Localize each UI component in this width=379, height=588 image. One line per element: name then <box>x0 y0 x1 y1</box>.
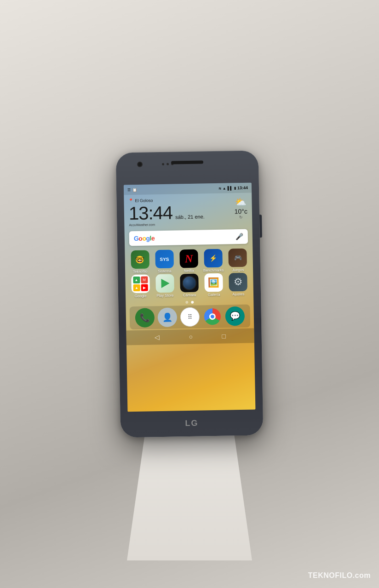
app-icon-settings: ⚙ <box>229 273 248 292</box>
dock-messages[interactable]: 💬 <box>224 306 247 326</box>
app-label-benchmarks: Benchmarks <box>203 268 224 273</box>
app-camera[interactable]: Cámara <box>178 274 201 298</box>
back-button[interactable]: ◁ <box>155 334 160 341</box>
recent-apps-button[interactable]: □ <box>222 333 226 340</box>
camera-lens <box>182 276 197 291</box>
home-button[interactable]: ○ <box>189 333 193 340</box>
google-logo: Google <box>134 234 155 242</box>
app-label-teknofilo: Teknofilo <box>133 270 148 274</box>
app-teknofilo[interactable]: 🤓 Teknofilo <box>129 250 151 274</box>
google-search-bar[interactable]: Google 🎤 <box>129 229 248 246</box>
app-label-settings: Ajustes <box>232 292 244 296</box>
app-label-sistema: Sistema <box>158 269 171 274</box>
dock-chrome[interactable] <box>201 307 224 327</box>
menu-icon: ☰ <box>127 188 131 192</box>
status-time: 13:44 <box>237 186 248 190</box>
maps-mini: ▲ <box>133 277 140 283</box>
app-label-gallery: Galería <box>208 293 220 297</box>
dock: 📞 👤 ⠿ <box>129 305 250 330</box>
status-right-icons: N ▲ ▌▌ ▮ 13:44 <box>219 186 248 191</box>
app-row-1: 🤓 Teknofilo SYS Sistema N Netflix <box>128 249 249 274</box>
page-dot-2[interactable] <box>191 301 194 304</box>
app-label-juegos: Juegos <box>232 268 244 272</box>
app-netflix[interactable]: N Netflix <box>178 249 200 273</box>
app-google[interactable]: ▲ M ▲ ▶ Google <box>129 274 152 298</box>
location-pin-icon: 📍 <box>128 198 133 203</box>
app-row-2: ▲ M ▲ ▶ Google Play Store <box>129 273 250 299</box>
weather-refresh-icon[interactable]: ↻ <box>235 215 247 220</box>
dock-phone[interactable]: 📞 <box>133 308 156 328</box>
weather-icon: ⛅ <box>234 197 247 208</box>
app-settings[interactable]: ⚙ Ajustes <box>227 273 250 297</box>
playstore-triangle <box>161 279 170 288</box>
screenshot-icon: 📋 <box>132 187 137 192</box>
gmail-mini: M <box>141 277 148 283</box>
dock-icon-chrome <box>203 307 223 327</box>
app-label-netflix: Netflix <box>184 269 194 273</box>
top-bezel <box>116 150 259 185</box>
phone-screen: ☰ 📋 N ▲ ▌▌ ▮ 13:44 📍 El Goloso 13:44 sáb… <box>124 183 256 412</box>
volume-button[interactable] <box>259 215 262 237</box>
clock-widget: 📍 El Goloso 13:44 sáb., 21 ene. AccuWeat… <box>124 193 252 229</box>
app-icon-camera <box>180 274 199 293</box>
app-grid: 🤓 Teknofilo SYS Sistema N Netflix <box>125 247 253 300</box>
clock-date: sáb., 21 ene. <box>175 214 205 220</box>
dock-icon-apps: ⠿ <box>180 307 200 327</box>
phone-device: ☰ 📋 N ▲ ▌▌ ▮ 13:44 📍 El Goloso 13:44 sáb… <box>116 150 264 437</box>
gear-icon: ⚙ <box>234 276 243 288</box>
dock-icon-contacts: 👤 <box>157 307 177 327</box>
app-icon-benchmarks: ⚡ <box>204 249 223 268</box>
clock-time: 13:44 <box>129 204 173 223</box>
dock-contacts[interactable]: 👤 <box>156 307 178 327</box>
microphone-icon[interactable]: 🎤 <box>235 233 243 240</box>
nav-bar: ◁ ○ □ <box>126 328 254 345</box>
location-text: El Goloso <box>135 198 153 203</box>
app-juegos[interactable]: 🎮 Juegos <box>227 249 249 272</box>
dock-icon-phone: 📞 <box>135 308 155 328</box>
app-icon-netflix: N <box>179 249 198 268</box>
status-left-icons: ☰ 📋 <box>127 187 137 192</box>
sensor-dot <box>162 163 164 165</box>
app-icon-sistema: SYS <box>155 250 174 269</box>
app-label-playstore: Play Store <box>156 294 173 298</box>
app-label-camera: Cámara <box>183 293 196 297</box>
app-sistema[interactable]: SYS Sistema <box>153 250 176 274</box>
yt-mini: ▶ <box>141 284 148 291</box>
nfc-icon: N <box>219 187 221 190</box>
weather-widget: ⛅ 10°c ↻ <box>234 197 247 220</box>
bottom-bezel: LG <box>120 409 263 437</box>
dock-icon-messages: 💬 <box>225 306 245 326</box>
lg-logo: LG <box>185 418 198 429</box>
app-icon-google: ▲ M ▲ ▶ <box>131 275 150 294</box>
drive-mini: ▲ <box>133 284 140 291</box>
app-icon-juegos: 🎮 <box>229 249 247 267</box>
battery-icon: ▮ <box>234 186 236 190</box>
weather-temp: 10°c <box>235 208 247 215</box>
app-icon-gallery: 🖼️ <box>204 273 223 292</box>
signal-icon: ▌▌ <box>228 186 233 190</box>
page-dots <box>126 300 253 305</box>
app-label-google: Google <box>135 294 147 298</box>
app-icon-playstore <box>155 274 174 293</box>
app-playstore[interactable]: Play Store <box>154 274 176 298</box>
watermark: TEKNOFILO.com <box>308 571 371 580</box>
front-camera <box>138 163 142 166</box>
sensor-dot <box>167 163 169 165</box>
wifi-icon: ▲ <box>223 186 226 190</box>
page-dot-1[interactable] <box>185 301 188 304</box>
app-icon-teknofilo: 🤓 <box>131 250 149 269</box>
app-benchmarks[interactable]: ⚡ Benchmarks <box>202 249 224 273</box>
dock-apps[interactable]: ⠿ <box>178 307 201 327</box>
speaker <box>171 160 203 164</box>
app-gallery[interactable]: 🖼️ Galería <box>202 273 225 297</box>
